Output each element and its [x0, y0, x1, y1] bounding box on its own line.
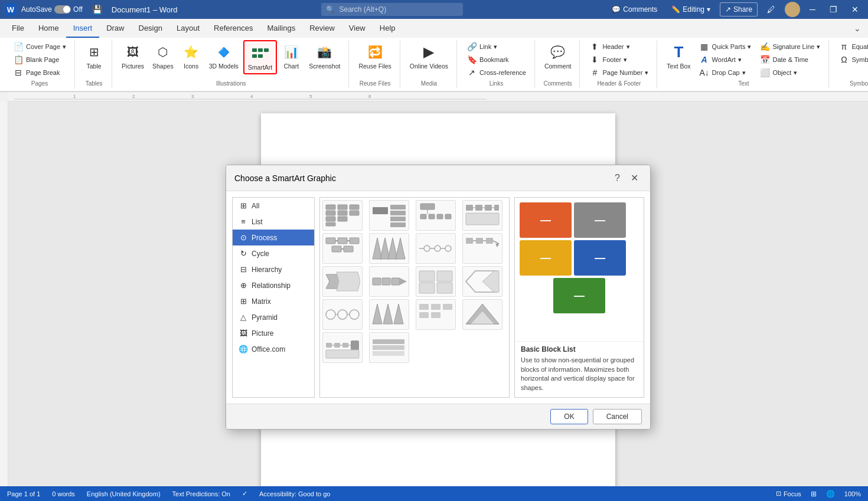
drop-cap-button[interactable]: A↓ Drop Cap ▾ — [696, 66, 755, 79]
quick-parts-button[interactable]: ▦ Quick Parts ▾ — [696, 40, 755, 53]
page-number-button[interactable]: # Page Number ▾ — [586, 66, 652, 79]
tab-references[interactable]: References — [207, 19, 260, 38]
equation-button[interactable]: π Equation ▾ — [835, 40, 868, 53]
table-button[interactable]: ⊞ Table — [81, 40, 107, 72]
search-input[interactable] — [321, 3, 463, 16]
svg-rect-26 — [420, 204, 435, 209]
signature-line-button[interactable]: ✍ Signature Line ▾ — [756, 40, 824, 53]
smartart-thumb-4[interactable] — [462, 200, 502, 231]
cross-ref-button[interactable]: ↗ Cross-reference — [463, 66, 530, 79]
autosave-toggle[interactable] — [54, 5, 71, 14]
smartart-thumb-3[interactable] — [416, 200, 456, 231]
tab-file[interactable]: File — [5, 19, 31, 38]
blank-page-button[interactable]: 📋 Blank Page — [9, 53, 70, 66]
tab-insert[interactable]: Insert — [66, 19, 100, 38]
cover-page-button[interactable]: 📄 Cover Page ▾ — [9, 40, 70, 53]
category-all[interactable]: ⊞ All — [233, 198, 314, 214]
category-pyramid[interactable]: △ Pyramid — [233, 309, 314, 325]
links-label: Links — [490, 79, 503, 89]
comments-button[interactable]: 💬 Comments — [607, 3, 662, 16]
word-logo: W — [5, 4, 17, 15]
svg-text:3: 3 — [191, 94, 194, 99]
smartart-thumb-16[interactable] — [462, 299, 502, 330]
smartart-thumb-7[interactable] — [416, 233, 456, 264]
tab-design[interactable]: Design — [132, 19, 169, 38]
smartart-thumb-6[interactable] — [369, 233, 409, 264]
table-icon: ⊞ — [84, 42, 103, 61]
online-videos-button[interactable]: ▶ Online Videos — [406, 40, 452, 72]
save-button[interactable]: 💾 — [87, 2, 107, 17]
category-cycle[interactable]: ↻ Cycle — [233, 245, 314, 261]
tab-view[interactable]: View — [342, 19, 373, 38]
date-time-button[interactable]: 📅 Date & Time — [756, 53, 824, 66]
smartart-thumb-12[interactable] — [462, 266, 502, 297]
tab-mailings[interactable]: Mailings — [260, 19, 303, 38]
dialog-help-button[interactable]: ? — [611, 171, 624, 185]
category-hierarchy[interactable]: ⊟ Hierarchy — [233, 261, 314, 277]
screenshot-button[interactable]: 📸 Screenshot — [305, 40, 344, 72]
svg-marker-66 — [337, 272, 360, 291]
pictures-button[interactable]: 🖼 Pictures — [118, 40, 148, 72]
editing-button[interactable]: ✏️ Editing ▾ — [667, 3, 715, 16]
share-label: Share — [733, 5, 752, 14]
svg-rect-29 — [429, 214, 435, 219]
page-break-button[interactable]: ⊟ Page Break — [9, 66, 70, 79]
svg-marker-51 — [396, 238, 405, 259]
smartart-thumb-9[interactable] — [322, 266, 363, 297]
smartart-thumb-5[interactable] — [322, 233, 363, 264]
smartart-thumb-14[interactable] — [369, 299, 409, 330]
comment-button[interactable]: 💬 Comment — [541, 40, 575, 72]
category-picture[interactable]: 🖼 Picture — [233, 325, 314, 341]
smartart-thumb-11[interactable] — [416, 266, 456, 297]
svg-marker-76 — [482, 271, 499, 292]
preview-dash-2: — — [595, 214, 605, 227]
minimize-button[interactable]: ─ — [805, 2, 820, 17]
category-officecom[interactable]: 🌐 Office.com — [233, 341, 314, 357]
share-button[interactable]: ↗ Share — [720, 2, 758, 17]
category-matrix[interactable]: ⊞ Matrix — [233, 293, 314, 309]
smartart-thumb-18[interactable] — [369, 332, 409, 363]
ok-button[interactable]: OK — [550, 409, 588, 424]
header-button[interactable]: ⬆ Header ▾ — [586, 40, 652, 53]
avatar[interactable] — [785, 2, 800, 17]
comments-icon: 💬 — [612, 5, 621, 14]
wordart-button[interactable]: A WordArt ▾ — [696, 53, 755, 66]
restore-button[interactable]: ❐ — [825, 2, 842, 17]
smartart-thumb-13[interactable] — [322, 299, 363, 330]
category-process[interactable]: ⊙ Process — [233, 230, 314, 245]
link-icon: 🔗 — [466, 42, 477, 51]
svg-marker-70 — [400, 278, 407, 285]
icons-button[interactable]: ⭐ Icons — [178, 40, 204, 72]
category-relationship[interactable]: ⊕ Relationship — [233, 277, 314, 293]
tab-layout[interactable]: Layout — [169, 19, 207, 38]
link-button[interactable]: 🔗 Link ▾ — [463, 40, 530, 53]
category-list[interactable]: ≡ List — [233, 214, 314, 230]
symbol-button[interactable]: Ω Symbol ▾ — [835, 53, 868, 66]
tab-review[interactable]: Review — [302, 19, 342, 38]
object-button[interactable]: ⬜ Object ▾ — [756, 66, 824, 79]
text-box-button[interactable]: T Text Box — [663, 40, 694, 72]
bookmark-button[interactable]: 🔖 Bookmark — [463, 53, 530, 66]
smartart-thumb-8[interactable] — [462, 233, 502, 264]
footer-button[interactable]: ⬇ Footer ▾ — [586, 53, 652, 66]
shapes-button[interactable]: ⬡ Shapes — [149, 40, 177, 72]
close-button[interactable]: ✕ — [847, 2, 863, 17]
smartart-thumb-17[interactable] — [322, 332, 363, 363]
cancel-button[interactable]: Cancel — [593, 409, 642, 424]
chart-button[interactable]: 📊 Chart — [278, 40, 304, 72]
smartart-thumb-10[interactable] — [369, 266, 409, 297]
tab-home[interactable]: Home — [31, 19, 66, 38]
svg-text:5: 5 — [309, 94, 312, 99]
reuse-files-button[interactable]: 🔁 Reuse Files — [355, 40, 394, 72]
ribbon-pin-button[interactable]: 🖊 — [762, 2, 780, 17]
smartart-button[interactable]: SmartArt — [243, 40, 277, 74]
smartart-thumb-2[interactable] — [369, 200, 409, 231]
3d-models-button[interactable]: 🔷 3D Models — [205, 40, 242, 72]
tab-help[interactable]: Help — [373, 19, 403, 38]
smartart-thumb-15[interactable] — [416, 299, 456, 330]
ribbon-collapse-button[interactable]: ⌄ — [851, 21, 863, 35]
svg-rect-47 — [344, 246, 353, 252]
smartart-thumb-1[interactable] — [322, 200, 363, 231]
tab-draw[interactable]: Draw — [99, 19, 131, 38]
dialog-close-button[interactable]: ✕ — [627, 171, 642, 185]
